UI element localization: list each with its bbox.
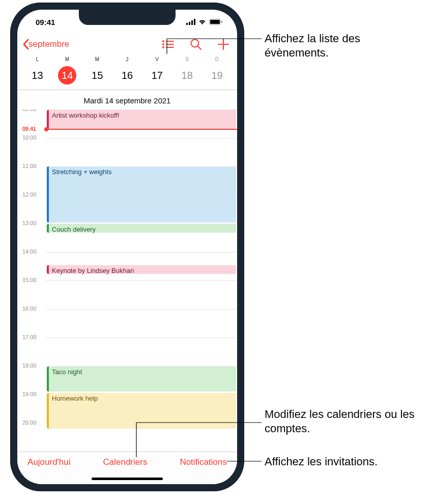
svg-rect-2: [191, 20, 193, 25]
callout-list-events: Affichez la liste des évènements.: [265, 32, 422, 60]
day-number: 17: [148, 66, 166, 85]
day-number: 19: [208, 66, 226, 85]
day-letter: S: [185, 57, 189, 62]
now-dot: [44, 127, 48, 131]
day-column[interactable]: L13: [22, 57, 52, 85]
battery-icon: [209, 19, 223, 25]
add-icon[interactable]: [218, 39, 229, 50]
day-number: 15: [88, 66, 106, 85]
day-column[interactable]: S18: [172, 57, 202, 85]
hour-label: 17:00: [22, 334, 37, 340]
hour-label: 14:00: [22, 248, 37, 255]
timeline[interactable]: 09:0010:0011:0012:0013:0014:0015:0016:00…: [17, 109, 237, 452]
cellular-icon: [186, 19, 195, 25]
day-letter: D: [215, 57, 219, 62]
svg-point-7: [162, 40, 164, 42]
day-column[interactable]: M14: [52, 57, 82, 85]
day-column[interactable]: D19: [202, 57, 232, 85]
day-column[interactable]: J16: [112, 57, 142, 85]
hour-label: 10:00: [22, 134, 37, 141]
inbox-button[interactable]: Notifications: [180, 457, 227, 467]
svg-line-14: [198, 46, 201, 49]
day-number: 16: [118, 66, 136, 85]
list-icon[interactable]: [162, 40, 174, 49]
hour-row: 16:00: [17, 309, 237, 338]
screen: 09:41 septembre: [17, 10, 237, 484]
day-column[interactable]: V17: [142, 57, 172, 85]
hour-line: [46, 338, 237, 338]
day-letter: V: [155, 57, 159, 62]
svg-point-13: [191, 40, 199, 47]
svg-rect-5: [210, 20, 220, 24]
hour-line: [46, 138, 237, 138]
calendar-event[interactable]: Homework help: [47, 393, 236, 429]
svg-rect-12: [166, 47, 174, 48]
day-column[interactable]: M15: [82, 57, 112, 85]
hour-label: 16:00: [22, 305, 37, 312]
hour-line: [46, 281, 237, 281]
calendar-event[interactable]: Stretching + weights: [47, 166, 236, 222]
svg-rect-10: [166, 44, 174, 45]
day-number: 13: [28, 66, 46, 85]
hour-label: 09:00: [22, 109, 37, 112]
week-header: L13M14M15J16V17S18D19: [17, 57, 237, 90]
hour-label: 18:00: [22, 362, 37, 369]
svg-rect-8: [166, 41, 174, 42]
status-time: 09:41: [36, 18, 55, 26]
hour-row: 10:00: [17, 138, 237, 166]
today-button[interactable]: Aujourd'hui: [27, 457, 71, 467]
search-icon[interactable]: [190, 39, 201, 50]
back-label: septembre: [28, 39, 69, 49]
day-letter: J: [126, 57, 129, 62]
now-line: [46, 129, 237, 130]
svg-rect-3: [194, 19, 195, 25]
hour-label: 12:00: [22, 191, 37, 198]
calendars-button[interactable]: Calendriers: [103, 457, 147, 467]
nav-icons: [162, 39, 229, 50]
status-right: [186, 19, 223, 25]
svg-rect-1: [189, 22, 190, 25]
nav-bar: septembre: [17, 34, 237, 54]
calendar-event[interactable]: Keynote by Lindsey Bukhari: [47, 265, 236, 274]
hour-label: 19:00: [22, 391, 37, 397]
hour-label: 13:00: [22, 220, 37, 226]
hour-line: [46, 252, 237, 253]
now-label: 09:41: [22, 125, 36, 132]
hour-row: 17:00: [17, 338, 237, 366]
svg-rect-6: [221, 21, 222, 23]
hour-line: [46, 309, 237, 310]
calendar-event[interactable]: Artist workshop kickoff!: [47, 110, 236, 129]
hour-label: 20:00: [22, 419, 37, 426]
hour-label: 15:00: [22, 277, 37, 283]
svg-rect-0: [186, 23, 188, 25]
day-letter: M: [65, 57, 70, 62]
callout-calendars: Modifiez les calendriers ou les comptes.: [265, 407, 432, 435]
day-number: 14: [58, 66, 76, 85]
hour-label: 11:00: [22, 163, 37, 169]
notch: [79, 10, 176, 25]
day-letter: L: [36, 57, 39, 62]
wifi-icon: [198, 19, 207, 25]
hour-row: 15:00: [17, 281, 237, 309]
calendar-event[interactable]: Couch delivery: [47, 224, 236, 233]
home-indicator: [92, 478, 163, 480]
day-letter: M: [95, 57, 100, 62]
date-label: Mardi 14 septembre 2021: [17, 92, 237, 109]
svg-point-9: [162, 43, 164, 45]
svg-point-11: [162, 46, 164, 48]
callout-inbox: Affichez les invitations.: [265, 455, 427, 469]
day-number: 18: [178, 66, 196, 85]
phone-frame: 09:41 septembre: [10, 3, 244, 491]
calendar-event[interactable]: Taco night: [47, 367, 236, 391]
back-button[interactable]: septembre: [22, 39, 69, 50]
